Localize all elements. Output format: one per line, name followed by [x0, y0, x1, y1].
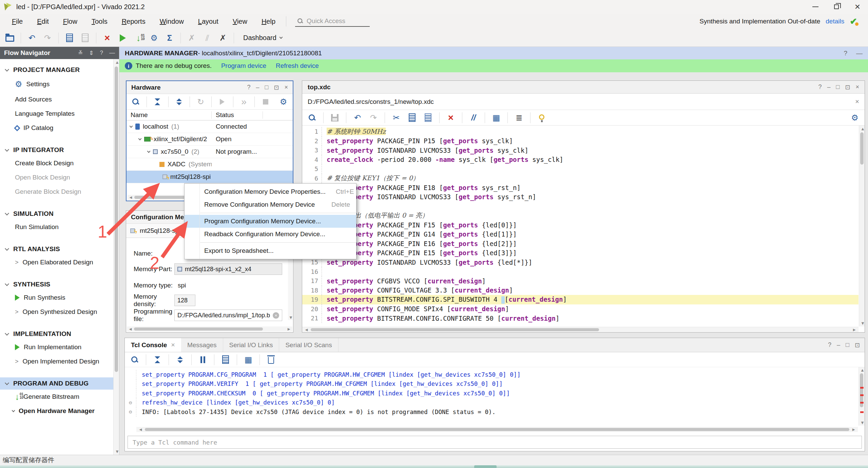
nav-item-run-simulation[interactable]: Run Simulation [0, 220, 113, 234]
run-button[interactable] [216, 95, 228, 108]
chevron-down-icon[interactable] [138, 137, 142, 140]
memory-density-field[interactable]: 128 [174, 295, 195, 306]
menu-reports[interactable]: Reports [115, 18, 153, 25]
editor-vscrollbar[interactable]: ▲ ▼ [859, 126, 865, 326]
context-menu-item-configuration-memory-device-properties[interactable]: Configuration Memory Device Properties..… [185, 185, 356, 198]
float-icon[interactable]: ⊡ [855, 341, 860, 349]
lightbulb-button[interactable] [535, 111, 548, 124]
chevron-down-icon[interactable] [147, 149, 151, 153]
save-button[interactable] [328, 111, 341, 124]
minimize-button[interactable] [805, 0, 826, 14]
expand-all-icon[interactable]: ⇕ [89, 50, 94, 57]
scrollbar-thumb[interactable] [860, 132, 864, 165]
generate-bitstream-button[interactable]: ↓0110 [132, 32, 145, 44]
scroll-left-icon[interactable]: ◄ [304, 327, 309, 332]
editor-settings-button[interactable]: ⚙ [848, 111, 861, 124]
nav-item-settings[interactable]: ⚙Settings [0, 76, 113, 92]
menu-edit[interactable]: Edit [30, 18, 56, 25]
nav-item-open-block-design[interactable]: Open Block Design [0, 170, 113, 185]
report-summary-button[interactable]: Σ [163, 32, 176, 44]
nav-item-open-synthesized-design[interactable]: >Open Synthesized Design [0, 305, 113, 319]
editor-hscrollbar[interactable]: ◄ ► [302, 327, 859, 332]
expand-all-button[interactable] [174, 353, 187, 366]
nav-item-open-implemented-design[interactable]: >Open Implemented Design [0, 354, 113, 369]
maximize-icon[interactable]: □ [265, 84, 269, 91]
clear-icon[interactable]: × [273, 312, 279, 319]
settings-button[interactable]: ⚙ [277, 95, 289, 108]
scrollbar-thumb[interactable] [134, 327, 263, 331]
hardware-tree-row-mt25ql128-spi[interactable]: mt25ql128-spi [127, 171, 293, 183]
programming-file-field[interactable]: D:/FPGA/led/led.runs/impl_1/top.bin × [174, 310, 282, 321]
menu-tools[interactable]: Tools [84, 18, 115, 25]
copy-button[interactable] [406, 111, 419, 124]
disabled-tool-button-2[interactable]: ⫽ [201, 32, 214, 44]
help-icon[interactable]: ? [828, 341, 831, 349]
restore-button[interactable] [826, 0, 847, 14]
help-icon[interactable]: ? [844, 50, 847, 57]
nav-section-project-manager[interactable]: PROJECT MANAGER [0, 64, 113, 76]
config-hscrollbar[interactable]: ◄ ► [127, 326, 292, 332]
console-vscrollbar[interactable]: ▲ ▼ [859, 367, 865, 426]
scroll-down-icon[interactable]: ▼ [861, 321, 865, 326]
scroll-up-icon[interactable]: ▲ [115, 60, 119, 65]
nav-section-rtl-analysis[interactable]: RTL ANALYSIS [0, 243, 113, 255]
float-icon[interactable]: ⊡ [274, 84, 279, 91]
console-output[interactable]: set_property PROGRAM.CFG_PROGRAM 1 [ get… [125, 367, 858, 426]
scroll-down-icon[interactable]: ▼ [289, 315, 293, 320]
search-button[interactable] [130, 95, 142, 108]
console-hscrollbar[interactable]: ◄ ► [136, 427, 858, 432]
stop-button[interactable] [259, 95, 271, 108]
context-menu-item-program-configuration-memory-device[interactable]: Program Configuration Memory Device... [185, 215, 356, 228]
nav-item-open-elaborated-design[interactable]: >Open Elaborated Design [0, 255, 113, 269]
scrollbar-thumb[interactable] [115, 67, 118, 372]
search-button[interactable] [128, 353, 141, 366]
comment-button[interactable]: // [467, 111, 480, 124]
redo-button[interactable]: ↷ [41, 32, 54, 44]
collapse-all-button[interactable] [151, 353, 164, 366]
close-icon[interactable]: × [855, 83, 859, 91]
nav-item-ip-catalog[interactable]: IP Catalog [0, 121, 113, 135]
refresh-button[interactable]: ↻ [195, 95, 207, 108]
menu-window[interactable]: Window [153, 18, 191, 25]
paste-button[interactable] [422, 111, 435, 124]
nav-item-language-templates[interactable]: Language Templates [0, 107, 113, 121]
minimize-icon[interactable]: – [256, 84, 259, 91]
tool-button-3[interactable]: ✗ [216, 32, 229, 44]
indent-button[interactable]: ≣ [513, 111, 525, 124]
help-icon[interactable]: ? [818, 83, 822, 91]
flow-navigator-scrollbar[interactable]: ▲ ▼ [113, 59, 119, 455]
context-menu-item-export-to-spreadsheet[interactable]: Export to Spreadsheet... [185, 244, 356, 257]
context-menu-item-readback-configuration-memory-device[interactable]: Readback Configuration Memory Device... [185, 228, 356, 241]
step-button[interactable]: » [238, 95, 250, 108]
tab-tcl-console[interactable]: Tcl Console× [125, 338, 181, 352]
collapse-all-button[interactable] [152, 95, 163, 108]
hardware-tree-row-xilinx-tcf-digilent-2[interactable]: xilinx_tcf/Digilent/2Open [127, 133, 293, 146]
nav-item-generate-block-design[interactable]: Generate Block Design [0, 185, 113, 199]
columns-button[interactable]: ▦ [242, 353, 255, 366]
context-menu-item-remove-configuration-memory-device[interactable]: Remove Configuration Memory DeviceDelete [185, 198, 356, 211]
delete-button[interactable]: × [444, 111, 457, 124]
scroll-left-icon[interactable]: ◄ [128, 326, 133, 332]
tab-messages[interactable]: Messages [181, 338, 223, 352]
nav-item-run-implementation[interactable]: Run Implementation [0, 340, 113, 354]
copy-button[interactable] [219, 353, 232, 366]
quick-access-search[interactable]: Quick Access [295, 16, 370, 27]
nav-item-open-hardware-manager[interactable]: Open Hardware Manager [0, 404, 113, 418]
code-area[interactable]: 1# 系统时钟 50MHz2set_property PACKAGE_PIN P… [302, 126, 859, 326]
maximize-icon[interactable]: □ [836, 83, 840, 91]
minimize-icon[interactable]: — [856, 50, 863, 57]
settings-button[interactable]: ⚙ [148, 32, 160, 44]
clear-button[interactable] [265, 353, 277, 366]
scroll-down-icon[interactable]: ▼ [860, 420, 865, 425]
menu-view[interactable]: View [226, 18, 254, 25]
pause-button[interactable] [196, 353, 209, 366]
minimize-icon[interactable]: – [837, 341, 840, 349]
scroll-left-icon[interactable]: ◄ [129, 195, 133, 200]
close-icon[interactable]: × [171, 341, 175, 349]
scroll-left-icon[interactable]: ◄ [138, 427, 143, 432]
close-button[interactable]: × [847, 0, 868, 14]
close-icon[interactable]: × [855, 98, 859, 106]
search-button[interactable] [306, 111, 319, 124]
close-icon[interactable]: × [284, 84, 288, 91]
hardware-tree-row-localhost[interactable]: localhost (1)Connected [127, 120, 293, 133]
